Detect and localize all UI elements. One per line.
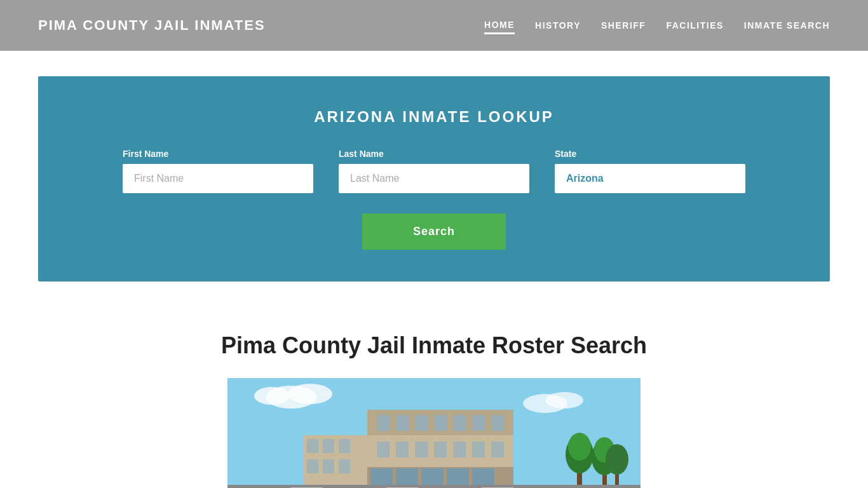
nav-facilities[interactable]: FACILITIES: [666, 18, 723, 33]
svg-rect-44: [227, 485, 641, 488]
svg-point-43: [606, 444, 628, 475]
nav-history[interactable]: HISTORY: [535, 18, 581, 33]
last-name-label: Last Name: [339, 149, 529, 159]
svg-rect-19: [434, 442, 447, 458]
svg-rect-30: [307, 439, 318, 453]
page-heading: Pima County Jail Inmate Roster Search: [38, 332, 830, 359]
site-header: PIMA COUNTY JAIL INMATES HOME HISTORY SH…: [0, 0, 868, 51]
state-group: State: [555, 149, 745, 193]
last-name-input[interactable]: [339, 164, 529, 193]
main-content: Pima County Jail Inmate Roster Search: [0, 307, 868, 488]
state-input[interactable]: [555, 164, 745, 193]
first-name-group: First Name: [123, 149, 313, 193]
svg-rect-11: [415, 415, 428, 431]
svg-rect-26: [421, 468, 444, 485]
svg-rect-31: [323, 439, 334, 453]
svg-point-38: [568, 433, 591, 461]
lookup-title: ARIZONA INMATE LOOKUP: [76, 108, 792, 126]
site-title: PIMA COUNTY JAIL INMATES: [38, 17, 266, 34]
svg-rect-14: [472, 415, 485, 431]
building-image: [227, 378, 641, 488]
svg-rect-17: [396, 442, 409, 458]
svg-rect-16: [377, 442, 390, 458]
first-name-input[interactable]: [123, 164, 313, 193]
nav-inmate-search[interactable]: INMATE SEARCH: [744, 18, 830, 33]
svg-point-5: [545, 392, 583, 409]
last-name-group: Last Name: [339, 149, 529, 193]
svg-rect-32: [339, 439, 350, 453]
main-nav: HOME HISTORY SHERIFF FACILITIES INMATE S…: [484, 17, 830, 34]
svg-rect-18: [415, 442, 428, 458]
lookup-section: ARIZONA INMATE LOOKUP First Name Last Na…: [38, 76, 830, 281]
svg-rect-35: [339, 459, 350, 473]
svg-rect-10: [396, 415, 409, 431]
svg-rect-20: [453, 442, 466, 458]
search-button-wrapper: Search: [76, 214, 792, 250]
first-name-label: First Name: [123, 149, 313, 159]
search-button[interactable]: Search: [362, 214, 506, 250]
svg-rect-27: [447, 468, 469, 485]
svg-rect-24: [370, 468, 393, 485]
svg-rect-21: [472, 442, 485, 458]
svg-point-2: [288, 384, 332, 404]
nav-sheriff[interactable]: SHERIFF: [601, 18, 646, 33]
svg-rect-34: [323, 459, 334, 473]
form-row: First Name Last Name State: [76, 149, 792, 193]
svg-rect-9: [377, 415, 390, 431]
state-label: State: [555, 149, 745, 159]
nav-home[interactable]: HOME: [484, 17, 515, 34]
svg-rect-28: [472, 468, 494, 485]
svg-point-3: [254, 387, 290, 405]
svg-rect-15: [491, 415, 504, 431]
svg-rect-12: [434, 415, 447, 431]
svg-rect-13: [453, 415, 466, 431]
svg-rect-25: [396, 468, 418, 485]
svg-rect-22: [491, 442, 504, 458]
svg-rect-33: [307, 459, 318, 473]
